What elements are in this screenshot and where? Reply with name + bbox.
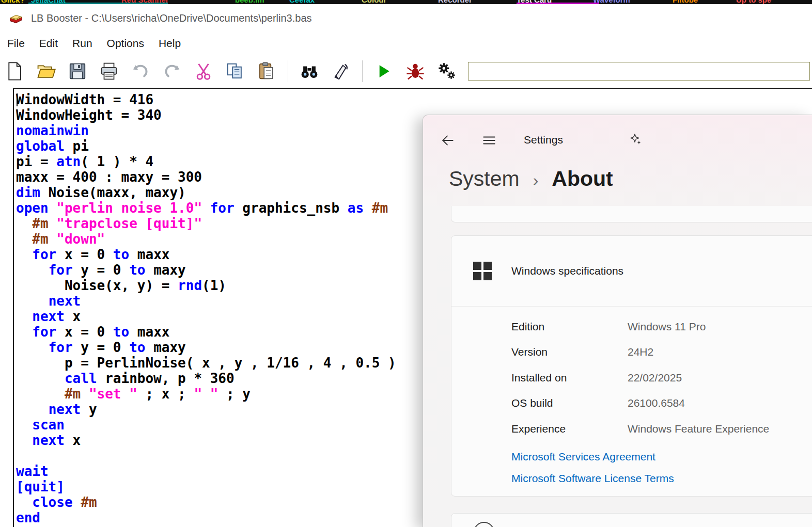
chevron-right-icon: ›: [533, 171, 539, 190]
taskbar-strip: Glick?JellaChatRed Scannerbeeb.imCeefaxC…: [0, 0, 812, 4]
undo-button[interactable]: [130, 61, 151, 82]
menu-item-options[interactable]: Options: [107, 37, 144, 50]
copy-icon: [225, 61, 245, 81]
spec-links: Microsoft Services AgreementMicrosoft So…: [451, 442, 812, 489]
screen: Glick?JellaChatRed Scannerbeeb.imCeefaxC…: [0, 0, 812, 527]
open-button[interactable]: [36, 61, 56, 82]
related-support-icon: [474, 522, 494, 527]
spec-row: Version24H2: [511, 340, 812, 365]
run-button[interactable]: [373, 61, 394, 82]
windows-specifications-card: Windows specifications EditionWindows 11…: [451, 235, 812, 497]
spec-value: Windows Feature Experience: [628, 423, 769, 435]
toolbar: [0, 55, 812, 88]
spec-label: Version: [511, 346, 628, 358]
spec-label: Edition: [511, 321, 628, 333]
breadcrumb: System › About: [449, 167, 613, 191]
toolbar-separator: [288, 60, 288, 82]
cut-icon: [194, 61, 213, 81]
spec-value: 24H2: [628, 346, 653, 358]
spec-label: Installed on: [511, 372, 628, 384]
copy-button[interactable]: [225, 61, 245, 82]
cut-button[interactable]: [193, 61, 214, 82]
spec-row: ExperienceWindows Feature Experience: [511, 416, 812, 442]
windows-logo-icon: [471, 260, 494, 282]
debug-button[interactable]: [405, 61, 426, 82]
spec-label: Experience: [511, 423, 628, 435]
paste-icon: [257, 61, 276, 81]
nav-menu-button[interactable]: [481, 133, 497, 148]
spec-card-title: Windows specifications: [511, 265, 623, 277]
gears-icon: [437, 61, 457, 81]
card-partial-top: [451, 206, 812, 222]
back-button[interactable]: [440, 133, 456, 148]
save-icon: [68, 61, 87, 81]
sparkle-icon: [628, 132, 643, 147]
run-icon: [374, 61, 394, 81]
taskbar-underline: [28, 3, 168, 4]
spec-value: Windows 11 Pro: [628, 321, 706, 333]
paste-button[interactable]: [256, 61, 277, 82]
redo-button[interactable]: [162, 61, 182, 82]
back-arrow-icon: [440, 133, 456, 148]
find-icon: [300, 61, 319, 81]
spec-row: Installed on22/02/2025: [511, 365, 812, 391]
print-icon: [99, 61, 119, 81]
hamburger-icon: [481, 133, 497, 148]
link-microsoft-software-license-terms[interactable]: Microsoft Software License Terms: [511, 468, 812, 489]
spec-label: OS build: [511, 397, 628, 409]
toolbar-separator: [362, 60, 363, 82]
spec-rows: EditionWindows 11 ProVersion24H2Installe…: [451, 307, 812, 442]
open-folder-icon: [36, 61, 56, 81]
taskbar-item[interactable]: Up to spe: [736, 0, 771, 4]
taskbar-item[interactable]: Flitobe: [673, 0, 698, 4]
toolbar-input[interactable]: [468, 62, 810, 81]
taskbar-item[interactable]: Ceefax: [289, 0, 315, 4]
find-replace-icon: [331, 61, 351, 81]
taskbar-item[interactable]: beeb.im: [235, 0, 264, 4]
undo-icon: [131, 61, 150, 81]
spec-value: 26100.6584: [628, 397, 685, 409]
taskbar-underline: [517, 3, 599, 4]
spec-row: OS build26100.6584: [511, 391, 812, 417]
card-partial-bottom: [451, 513, 812, 527]
menu-item-run[interactable]: Run: [72, 37, 92, 50]
text-caret: [17, 93, 18, 106]
settings-window: Settings System › About Windows spec: [423, 115, 812, 527]
page-title: About: [552, 167, 613, 191]
menu-item-file[interactable]: File: [7, 37, 25, 50]
settings-title: Settings: [524, 134, 563, 146]
new-document-icon: [5, 61, 24, 81]
spec-value: 22/02/2025: [628, 372, 682, 384]
spec-row: EditionWindows 11 Pro: [511, 314, 812, 340]
copilot-button[interactable]: [628, 132, 643, 147]
menu-bar: FileEditRunOptionsHelp: [0, 32, 812, 55]
window-title: LB Booster - C:\Users\richa\OneDrive\Doc…: [31, 12, 312, 24]
debug-bug-icon: [405, 61, 425, 81]
find-button[interactable]: [299, 61, 320, 82]
spec-card-header: Windows specifications: [451, 236, 812, 306]
app-icon: [7, 10, 25, 26]
link-microsoft-services-agreement[interactable]: Microsoft Services Agreement: [511, 446, 812, 468]
taskbar-item[interactable]: Colour: [362, 0, 386, 4]
menu-item-help[interactable]: Help: [159, 37, 181, 50]
title-bar: LB Booster - C:\Users\richa\OneDrive\Doc…: [0, 4, 812, 32]
menu-item-edit[interactable]: Edit: [39, 37, 58, 50]
code-line: WindowWidth = 416: [16, 92, 812, 107]
taskbar-item[interactable]: Glick?: [1, 0, 25, 4]
save-button[interactable]: [67, 61, 88, 82]
print-button[interactable]: [99, 61, 119, 82]
compile-button[interactable]: [436, 61, 457, 82]
taskbar-item[interactable]: Recorder: [438, 0, 472, 4]
find-replace-button[interactable]: [331, 61, 351, 82]
new-button[interactable]: [4, 61, 25, 82]
redo-icon: [162, 61, 182, 81]
breadcrumb-system[interactable]: System: [449, 167, 520, 191]
